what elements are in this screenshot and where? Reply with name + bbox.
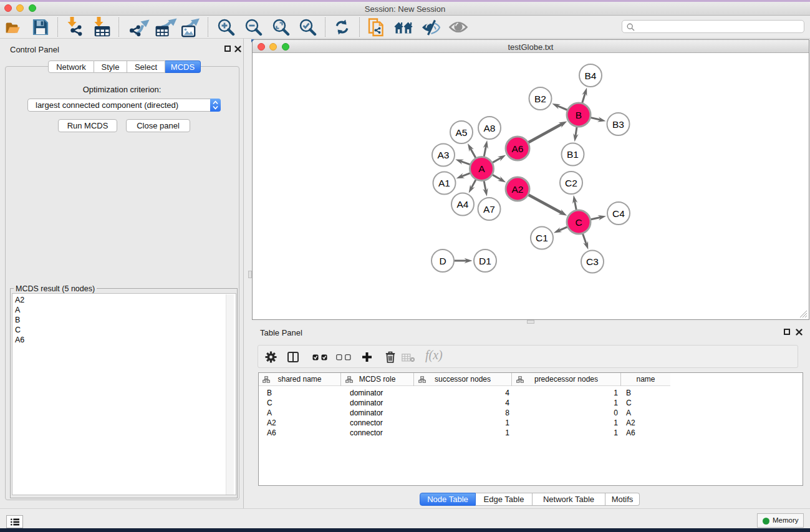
svg-text:A: A — [478, 163, 485, 174]
svg-text:B4: B4 — [585, 70, 597, 81]
svg-text:A2: A2 — [512, 184, 524, 195]
svg-text:A4: A4 — [457, 199, 469, 210]
svg-text:A3: A3 — [438, 150, 450, 160]
svg-text:B3: B3 — [612, 119, 624, 130]
svg-text:D: D — [439, 256, 446, 266]
svg-text:A5: A5 — [456, 127, 468, 138]
svg-text:C3: C3 — [586, 256, 599, 267]
svg-text:C4: C4 — [612, 208, 625, 219]
svg-text:A7: A7 — [483, 204, 495, 215]
svg-text:C: C — [575, 217, 582, 228]
svg-text:B1: B1 — [567, 149, 579, 160]
svg-text:A8: A8 — [484, 123, 496, 133]
svg-text:B: B — [576, 110, 582, 120]
svg-text:D1: D1 — [479, 256, 491, 266]
svg-text:B2: B2 — [534, 94, 546, 104]
svg-text:A6: A6 — [512, 143, 524, 154]
svg-text:C2: C2 — [565, 178, 577, 188]
svg-text:A1: A1 — [438, 178, 450, 188]
svg-text:C1: C1 — [536, 233, 548, 243]
